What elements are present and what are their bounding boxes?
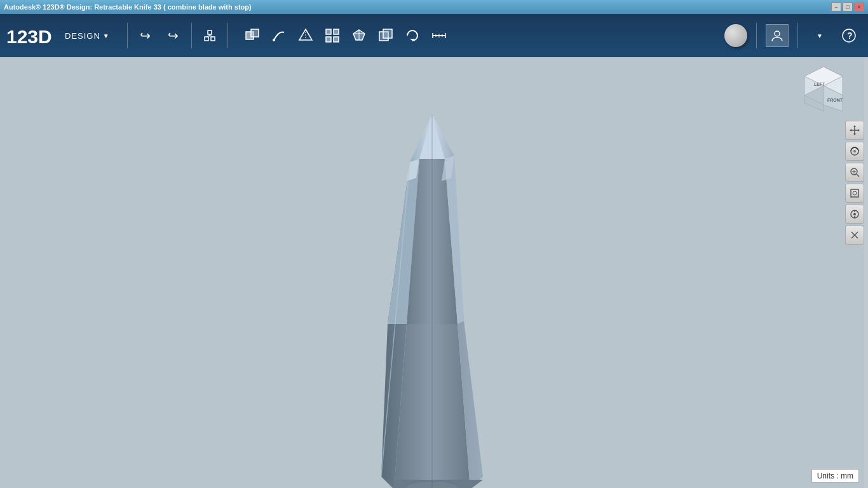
pattern-icon [351,27,367,44]
svg-rect-13 [334,29,339,34]
group-icon [377,27,394,44]
snap-icon [404,27,421,44]
help-icon: ? [841,27,857,44]
zoom-button[interactable] [845,163,864,182]
construct-button[interactable] [294,24,317,47]
svg-text:LEFT: LEFT [814,82,825,86]
svg-rect-67 [851,189,858,197]
svg-rect-15 [334,37,339,42]
orbit-button[interactable] [845,142,864,161]
svg-line-64 [857,174,859,177]
snap-button[interactable] [401,24,424,47]
undo-button[interactable]: ↩ [134,24,157,47]
logo-dropdown-icon[interactable]: ▼ [103,32,109,39]
orbit-icon [849,146,860,157]
right-toolbar: ▼ ? [724,23,862,48]
close-button[interactable]: × [854,3,864,11]
pan-icon [849,125,860,136]
svg-rect-20 [383,29,392,38]
separator-1 [127,23,128,48]
maximize-button[interactable]: □ [843,3,853,11]
svg-rect-3 [211,37,215,41]
title-bar-controls: − □ × [831,3,864,11]
svg-marker-57 [853,125,856,127]
view-options-button[interactable] [845,205,864,224]
close-panel-icon [849,229,860,241]
svg-point-9 [273,39,275,41]
undo-redo-group: ↩ ↪ [133,24,186,47]
viewport[interactable]: LEFT FRONT [0,57,868,488]
dropdown-arrow[interactable]: ▼ [808,24,831,47]
primitives-button[interactable] [241,24,264,47]
toolbar: 123D DESIGN ▼ ↩ ↪ [0,14,868,57]
fit-icon [202,28,217,43]
separator-5 [797,23,798,48]
svg-marker-51 [804,95,824,111]
logo-design-text: DESIGN [65,31,100,41]
title-bar-text: Autodesk® 123D® Design: Retractable Knif… [4,3,831,11]
zoom-icon [849,166,860,178]
modify-button[interactable] [321,24,344,47]
user-icon [770,29,784,43]
3d-model [0,57,868,488]
help-button[interactable]: ? [837,24,860,47]
logo-icon: 123D [6,23,64,48]
close-panel-button[interactable] [845,226,864,245]
user-button[interactable] [766,24,789,47]
dropdown-icon: ▼ [817,32,823,39]
separator-3 [227,23,228,48]
main-tools [240,24,452,47]
group-button[interactable] [374,24,397,47]
view-options-icon [849,208,860,220]
svg-point-70 [853,213,856,215]
svg-text:FRONT: FRONT [827,98,843,102]
svg-rect-14 [326,37,331,42]
right-panel [845,121,864,245]
view-cube[interactable]: LEFT FRONT [798,64,849,114]
undo-icon: ↩ [140,28,151,43]
pattern-button[interactable] [348,24,370,47]
svg-text:?: ? [847,30,853,41]
svg-rect-12 [326,29,331,34]
separator-4 [756,23,757,48]
right-scrollbar[interactable] [864,57,868,488]
minimize-button[interactable]: − [831,3,841,11]
construct-icon [297,27,314,44]
title-bar: Autodesk® 123D® Design: Retractable Knif… [0,0,868,14]
redo-icon: ↪ [168,28,179,43]
svg-marker-59 [850,129,851,132]
sketch-button[interactable] [268,24,290,47]
svg-marker-58 [853,133,856,135]
view-cube-svg: LEFT FRONT [798,64,849,114]
redo-button[interactable]: ↪ [162,24,185,47]
measure-icon [431,27,447,44]
pan-button[interactable] [845,121,864,140]
svg-marker-60 [858,129,860,132]
svg-rect-8 [251,29,259,37]
modify-icon [324,27,341,44]
material-sphere[interactable] [724,24,747,47]
primitives-icon [243,27,261,44]
svg-rect-2 [205,37,208,41]
svg-point-28 [775,31,780,36]
svg-point-62 [853,150,856,152]
svg-text:123D: 123D [6,26,52,47]
svg-rect-1 [208,30,212,34]
separator-2 [191,23,192,48]
fit-button[interactable] [198,24,221,47]
measure-button[interactable] [428,24,451,47]
svg-point-68 [853,191,857,195]
units-label[interactable]: Units : mm [811,469,859,483]
fit-screen-button[interactable] [845,184,864,203]
logo-area[interactable]: 123D DESIGN ▼ [6,23,109,48]
fit-screen-icon [849,187,860,199]
sketch-icon [271,27,287,44]
